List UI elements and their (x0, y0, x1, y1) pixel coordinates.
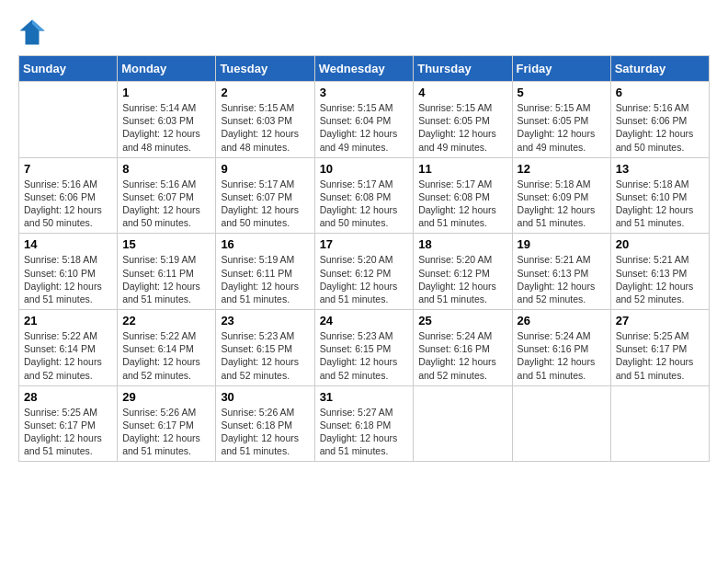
day-number: 18 (418, 237, 506, 251)
column-header-wednesday: Wednesday (314, 56, 414, 82)
day-number: 22 (122, 314, 210, 327)
calendar-cell: 19Sunrise: 5:21 AMSunset: 6:13 PMDayligh… (512, 234, 610, 310)
calendar-cell: 11Sunrise: 5:17 AMSunset: 6:08 PMDayligh… (414, 157, 512, 234)
day-info: Sunrise: 5:27 AMSunset: 6:18 PMDaylight:… (320, 406, 409, 458)
calendar-cell: 18Sunrise: 5:20 AMSunset: 6:12 PMDayligh… (414, 234, 512, 310)
calendar-cell: 29Sunrise: 5:26 AMSunset: 6:17 PMDayligh… (118, 385, 216, 462)
column-header-tuesday: Tuesday (216, 56, 314, 82)
calendar-cell (414, 385, 512, 462)
day-info: Sunrise: 5:17 AMSunset: 6:08 PMDaylight:… (320, 178, 409, 230)
calendar-cell (610, 385, 709, 462)
calendar-cell: 23Sunrise: 5:23 AMSunset: 6:15 PMDayligh… (216, 310, 314, 386)
day-info: Sunrise: 5:21 AMSunset: 6:13 PMDaylight:… (518, 253, 606, 305)
day-info: Sunrise: 5:20 AMSunset: 6:12 PMDaylight:… (418, 253, 506, 305)
calendar-cell: 26Sunrise: 5:24 AMSunset: 6:16 PMDayligh… (512, 310, 610, 386)
calendar-week-row: 7Sunrise: 5:16 AMSunset: 6:06 PMDaylight… (19, 157, 710, 234)
day-number: 21 (24, 314, 112, 327)
day-number: 3 (320, 86, 409, 99)
calendar-body: 1Sunrise: 5:14 AMSunset: 6:03 PMDaylight… (19, 82, 710, 462)
day-number: 5 (518, 86, 606, 99)
calendar-cell: 4Sunrise: 5:15 AMSunset: 6:05 PMDaylight… (414, 82, 512, 158)
day-number: 14 (24, 237, 112, 251)
calendar-cell: 25Sunrise: 5:24 AMSunset: 6:16 PMDayligh… (414, 310, 512, 386)
calendar-cell: 7Sunrise: 5:16 AMSunset: 6:06 PMDaylight… (19, 157, 118, 234)
day-info: Sunrise: 5:17 AMSunset: 6:07 PMDaylight:… (221, 178, 309, 230)
day-info: Sunrise: 5:18 AMSunset: 6:09 PMDaylight:… (518, 178, 606, 230)
calendar-cell: 30Sunrise: 5:26 AMSunset: 6:18 PMDayligh… (216, 385, 314, 462)
calendar-cell: 10Sunrise: 5:17 AMSunset: 6:08 PMDayligh… (314, 157, 414, 234)
calendar-cell (512, 385, 610, 462)
day-info: Sunrise: 5:15 AMSunset: 6:04 PMDaylight:… (320, 101, 409, 154)
day-number: 4 (418, 86, 506, 99)
calendar-week-row: 28Sunrise: 5:25 AMSunset: 6:17 PMDayligh… (19, 385, 710, 462)
day-info: Sunrise: 5:16 AMSunset: 6:06 PMDaylight:… (616, 101, 704, 154)
day-number: 29 (122, 390, 210, 404)
day-info: Sunrise: 5:22 AMSunset: 6:14 PMDaylight:… (122, 329, 210, 382)
calendar-cell: 2Sunrise: 5:15 AMSunset: 6:03 PMDaylight… (216, 82, 314, 158)
column-header-sunday: Sunday (19, 56, 118, 82)
logo-icon (18, 18, 46, 46)
calendar-cell: 5Sunrise: 5:15 AMSunset: 6:05 PMDaylight… (512, 82, 610, 158)
page-header (18, 18, 710, 46)
day-info: Sunrise: 5:20 AMSunset: 6:12 PMDaylight:… (320, 253, 409, 305)
calendar-cell: 31Sunrise: 5:27 AMSunset: 6:18 PMDayligh… (314, 385, 414, 462)
calendar-cell: 14Sunrise: 5:18 AMSunset: 6:10 PMDayligh… (19, 234, 118, 310)
day-info: Sunrise: 5:19 AMSunset: 6:11 PMDaylight:… (122, 253, 210, 305)
day-number: 12 (518, 162, 606, 176)
day-number: 24 (320, 314, 409, 327)
day-info: Sunrise: 5:15 AMSunset: 6:05 PMDaylight:… (518, 101, 606, 154)
day-number: 31 (320, 390, 409, 404)
day-number: 28 (24, 390, 112, 404)
column-header-thursday: Thursday (414, 56, 512, 82)
day-info: Sunrise: 5:26 AMSunset: 6:18 PMDaylight:… (221, 406, 309, 458)
day-number: 19 (518, 237, 606, 251)
calendar-week-row: 14Sunrise: 5:18 AMSunset: 6:10 PMDayligh… (19, 234, 710, 310)
day-number: 26 (518, 314, 606, 327)
day-info: Sunrise: 5:14 AMSunset: 6:03 PMDaylight:… (122, 101, 210, 154)
day-number: 20 (616, 237, 704, 251)
column-header-saturday: Saturday (610, 56, 709, 82)
day-info: Sunrise: 5:17 AMSunset: 6:08 PMDaylight:… (418, 178, 506, 230)
day-info: Sunrise: 5:19 AMSunset: 6:11 PMDaylight:… (221, 253, 309, 305)
day-number: 25 (418, 314, 506, 327)
day-info: Sunrise: 5:16 AMSunset: 6:07 PMDaylight:… (122, 178, 210, 230)
calendar-cell: 6Sunrise: 5:16 AMSunset: 6:06 PMDaylight… (610, 82, 709, 158)
calendar-header: SundayMondayTuesdayWednesdayThursdayFrid… (19, 56, 710, 82)
day-number: 10 (320, 162, 409, 176)
day-number: 2 (221, 86, 309, 99)
calendar-cell: 3Sunrise: 5:15 AMSunset: 6:04 PMDaylight… (314, 82, 414, 158)
calendar-cell: 9Sunrise: 5:17 AMSunset: 6:07 PMDaylight… (216, 157, 314, 234)
calendar-cell: 17Sunrise: 5:20 AMSunset: 6:12 PMDayligh… (314, 234, 414, 310)
calendar-cell: 15Sunrise: 5:19 AMSunset: 6:11 PMDayligh… (118, 234, 216, 310)
day-number: 17 (320, 237, 409, 251)
calendar-cell: 22Sunrise: 5:22 AMSunset: 6:14 PMDayligh… (118, 310, 216, 386)
day-number: 27 (616, 314, 704, 327)
calendar-cell: 1Sunrise: 5:14 AMSunset: 6:03 PMDaylight… (118, 82, 216, 158)
calendar-cell: 20Sunrise: 5:21 AMSunset: 6:13 PMDayligh… (610, 234, 709, 310)
column-header-monday: Monday (118, 56, 216, 82)
column-header-friday: Friday (512, 56, 610, 82)
day-info: Sunrise: 5:18 AMSunset: 6:10 PMDaylight:… (616, 178, 704, 230)
calendar-cell: 21Sunrise: 5:22 AMSunset: 6:14 PMDayligh… (19, 310, 118, 386)
calendar-cell: 24Sunrise: 5:23 AMSunset: 6:15 PMDayligh… (314, 310, 414, 386)
calendar-cell: 13Sunrise: 5:18 AMSunset: 6:10 PMDayligh… (610, 157, 709, 234)
calendar-cell: 8Sunrise: 5:16 AMSunset: 6:07 PMDaylight… (118, 157, 216, 234)
calendar-cell (19, 82, 118, 158)
calendar-table: SundayMondayTuesdayWednesdayThursdayFrid… (18, 55, 710, 462)
day-info: Sunrise: 5:26 AMSunset: 6:17 PMDaylight:… (122, 406, 210, 458)
day-info: Sunrise: 5:24 AMSunset: 6:16 PMDaylight:… (518, 329, 606, 382)
day-number: 15 (122, 237, 210, 251)
day-number: 1 (122, 86, 210, 99)
day-info: Sunrise: 5:23 AMSunset: 6:15 PMDaylight:… (221, 329, 309, 382)
day-number: 8 (122, 162, 210, 176)
calendar-cell: 16Sunrise: 5:19 AMSunset: 6:11 PMDayligh… (216, 234, 314, 310)
day-number: 16 (221, 237, 309, 251)
day-number: 7 (24, 162, 112, 176)
day-number: 13 (616, 162, 704, 176)
day-number: 30 (221, 390, 309, 404)
day-info: Sunrise: 5:23 AMSunset: 6:15 PMDaylight:… (320, 329, 409, 382)
day-number: 9 (221, 162, 309, 176)
day-info: Sunrise: 5:18 AMSunset: 6:10 PMDaylight:… (24, 253, 112, 305)
day-info: Sunrise: 5:22 AMSunset: 6:14 PMDaylight:… (24, 329, 112, 382)
day-number: 11 (418, 162, 506, 176)
